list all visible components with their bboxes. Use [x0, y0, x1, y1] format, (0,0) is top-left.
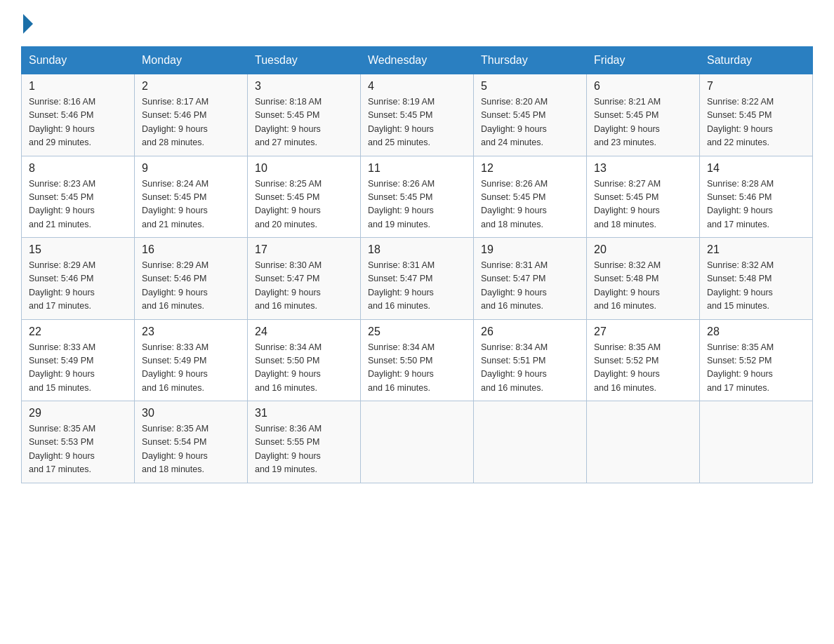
- day-info: Sunrise: 8:19 AMSunset: 5:45 PMDaylight:…: [368, 95, 466, 150]
- column-header-monday: Monday: [135, 47, 248, 74]
- calendar-cell: 11 Sunrise: 8:26 AMSunset: 5:45 PMDaylig…: [361, 156, 474, 238]
- calendar-cell: 7 Sunrise: 8:22 AMSunset: 5:45 PMDayligh…: [700, 74, 813, 156]
- day-number: 15: [29, 243, 127, 256]
- calendar-cell: 21 Sunrise: 8:32 AMSunset: 5:48 PMDaylig…: [700, 238, 813, 320]
- day-info: Sunrise: 8:29 AMSunset: 5:46 PMDaylight:…: [142, 259, 240, 314]
- calendar-cell: 8 Sunrise: 8:23 AMSunset: 5:45 PMDayligh…: [22, 156, 135, 238]
- day-number: 1: [29, 80, 127, 93]
- calendar-cell: 25 Sunrise: 8:34 AMSunset: 5:50 PMDaylig…: [361, 319, 474, 401]
- day-number: 6: [594, 80, 692, 93]
- calendar-cell: 31 Sunrise: 8:36 AMSunset: 5:55 PMDaylig…: [248, 401, 361, 483]
- calendar-cell: 22 Sunrise: 8:33 AMSunset: 5:49 PMDaylig…: [22, 319, 135, 401]
- day-info: Sunrise: 8:31 AMSunset: 5:47 PMDaylight:…: [368, 259, 466, 314]
- calendar-cell: 29 Sunrise: 8:35 AMSunset: 5:53 PMDaylig…: [22, 401, 135, 483]
- column-header-tuesday: Tuesday: [248, 47, 361, 74]
- day-number: 20: [594, 243, 692, 256]
- day-info: Sunrise: 8:36 AMSunset: 5:55 PMDaylight:…: [255, 422, 353, 477]
- day-number: 18: [368, 243, 466, 256]
- calendar-table: SundayMondayTuesdayWednesdayThursdayFrid…: [21, 46, 813, 483]
- day-number: 17: [255, 243, 353, 256]
- day-info: Sunrise: 8:32 AMSunset: 5:48 PMDaylight:…: [707, 259, 805, 314]
- calendar-week-row: 22 Sunrise: 8:33 AMSunset: 5:49 PMDaylig…: [22, 319, 813, 401]
- day-info: Sunrise: 8:22 AMSunset: 5:45 PMDaylight:…: [707, 95, 805, 150]
- day-info: Sunrise: 8:26 AMSunset: 5:45 PMDaylight:…: [481, 177, 579, 232]
- logo-arrow-icon: [23, 14, 33, 34]
- calendar-cell: 23 Sunrise: 8:33 AMSunset: 5:49 PMDaylig…: [135, 319, 248, 401]
- calendar-cell: 30 Sunrise: 8:35 AMSunset: 5:54 PMDaylig…: [135, 401, 248, 483]
- calendar-cell: [361, 401, 474, 483]
- day-info: Sunrise: 8:35 AMSunset: 5:52 PMDaylight:…: [707, 341, 805, 396]
- column-header-sunday: Sunday: [22, 47, 135, 74]
- calendar-cell: 27 Sunrise: 8:35 AMSunset: 5:52 PMDaylig…: [587, 319, 700, 401]
- calendar-cell: 3 Sunrise: 8:18 AMSunset: 5:45 PMDayligh…: [248, 74, 361, 156]
- day-number: 29: [29, 407, 127, 420]
- day-info: Sunrise: 8:34 AMSunset: 5:50 PMDaylight:…: [255, 341, 353, 396]
- calendar-week-row: 15 Sunrise: 8:29 AMSunset: 5:46 PMDaylig…: [22, 238, 813, 320]
- calendar-cell: 14 Sunrise: 8:28 AMSunset: 5:46 PMDaylig…: [700, 156, 813, 238]
- calendar-cell: 6 Sunrise: 8:21 AMSunset: 5:45 PMDayligh…: [587, 74, 700, 156]
- calendar-cell: [700, 401, 813, 483]
- calendar-cell: 10 Sunrise: 8:25 AMSunset: 5:45 PMDaylig…: [248, 156, 361, 238]
- calendar-cell: 16 Sunrise: 8:29 AMSunset: 5:46 PMDaylig…: [135, 238, 248, 320]
- day-number: 16: [142, 243, 240, 256]
- day-info: Sunrise: 8:31 AMSunset: 5:47 PMDaylight:…: [481, 259, 579, 314]
- calendar-cell: 9 Sunrise: 8:24 AMSunset: 5:45 PMDayligh…: [135, 156, 248, 238]
- day-number: 7: [707, 80, 805, 93]
- calendar-cell: 19 Sunrise: 8:31 AMSunset: 5:47 PMDaylig…: [474, 238, 587, 320]
- day-info: Sunrise: 8:24 AMSunset: 5:45 PMDaylight:…: [142, 177, 240, 232]
- calendar-cell: 5 Sunrise: 8:20 AMSunset: 5:45 PMDayligh…: [474, 74, 587, 156]
- day-number: 23: [142, 326, 240, 338]
- day-number: 8: [29, 162, 127, 175]
- day-info: Sunrise: 8:29 AMSunset: 5:46 PMDaylight:…: [29, 259, 127, 314]
- page-header: [21, 14, 813, 34]
- column-header-thursday: Thursday: [474, 47, 587, 74]
- day-number: 26: [481, 326, 579, 338]
- day-info: Sunrise: 8:17 AMSunset: 5:46 PMDaylight:…: [142, 95, 240, 150]
- day-info: Sunrise: 8:18 AMSunset: 5:45 PMDaylight:…: [255, 95, 353, 150]
- day-info: Sunrise: 8:23 AMSunset: 5:45 PMDaylight:…: [29, 177, 127, 232]
- day-info: Sunrise: 8:35 AMSunset: 5:54 PMDaylight:…: [142, 422, 240, 477]
- day-number: 25: [368, 326, 466, 338]
- calendar-cell: 26 Sunrise: 8:34 AMSunset: 5:51 PMDaylig…: [474, 319, 587, 401]
- day-info: Sunrise: 8:27 AMSunset: 5:45 PMDaylight:…: [594, 177, 692, 232]
- day-number: 28: [707, 326, 805, 338]
- column-header-friday: Friday: [587, 47, 700, 74]
- calendar-cell: 4 Sunrise: 8:19 AMSunset: 5:45 PMDayligh…: [361, 74, 474, 156]
- calendar-cell: 2 Sunrise: 8:17 AMSunset: 5:46 PMDayligh…: [135, 74, 248, 156]
- day-info: Sunrise: 8:21 AMSunset: 5:45 PMDaylight:…: [594, 95, 692, 150]
- day-number: 10: [255, 162, 353, 175]
- day-number: 30: [142, 407, 240, 420]
- day-number: 3: [255, 80, 353, 93]
- day-info: Sunrise: 8:34 AMSunset: 5:50 PMDaylight:…: [368, 341, 466, 396]
- day-info: Sunrise: 8:35 AMSunset: 5:53 PMDaylight:…: [29, 422, 127, 477]
- day-info: Sunrise: 8:32 AMSunset: 5:48 PMDaylight:…: [594, 259, 692, 314]
- calendar-cell: 1 Sunrise: 8:16 AMSunset: 5:46 PMDayligh…: [22, 74, 135, 156]
- day-number: 22: [29, 326, 127, 338]
- calendar-cell: 24 Sunrise: 8:34 AMSunset: 5:50 PMDaylig…: [248, 319, 361, 401]
- calendar-week-row: 8 Sunrise: 8:23 AMSunset: 5:45 PMDayligh…: [22, 156, 813, 238]
- calendar-week-row: 29 Sunrise: 8:35 AMSunset: 5:53 PMDaylig…: [22, 401, 813, 483]
- day-info: Sunrise: 8:28 AMSunset: 5:46 PMDaylight:…: [707, 177, 805, 232]
- day-number: 14: [707, 162, 805, 175]
- day-info: Sunrise: 8:30 AMSunset: 5:47 PMDaylight:…: [255, 259, 353, 314]
- column-header-wednesday: Wednesday: [361, 47, 474, 74]
- day-info: Sunrise: 8:25 AMSunset: 5:45 PMDaylight:…: [255, 177, 353, 232]
- calendar-cell: 15 Sunrise: 8:29 AMSunset: 5:46 PMDaylig…: [22, 238, 135, 320]
- calendar-cell: [587, 401, 700, 483]
- day-number: 2: [142, 80, 240, 93]
- day-number: 31: [255, 407, 353, 420]
- logo: [21, 14, 33, 34]
- day-number: 24: [255, 326, 353, 338]
- calendar-cell: 13 Sunrise: 8:27 AMSunset: 5:45 PMDaylig…: [587, 156, 700, 238]
- calendar-week-row: 1 Sunrise: 8:16 AMSunset: 5:46 PMDayligh…: [22, 74, 813, 156]
- day-number: 4: [368, 80, 466, 93]
- day-number: 13: [594, 162, 692, 175]
- calendar-cell: 20 Sunrise: 8:32 AMSunset: 5:48 PMDaylig…: [587, 238, 700, 320]
- calendar-cell: 12 Sunrise: 8:26 AMSunset: 5:45 PMDaylig…: [474, 156, 587, 238]
- day-info: Sunrise: 8:34 AMSunset: 5:51 PMDaylight:…: [481, 341, 579, 396]
- calendar-cell: [474, 401, 587, 483]
- day-info: Sunrise: 8:20 AMSunset: 5:45 PMDaylight:…: [481, 95, 579, 150]
- day-info: Sunrise: 8:35 AMSunset: 5:52 PMDaylight:…: [594, 341, 692, 396]
- day-info: Sunrise: 8:33 AMSunset: 5:49 PMDaylight:…: [142, 341, 240, 396]
- column-header-saturday: Saturday: [700, 47, 813, 74]
